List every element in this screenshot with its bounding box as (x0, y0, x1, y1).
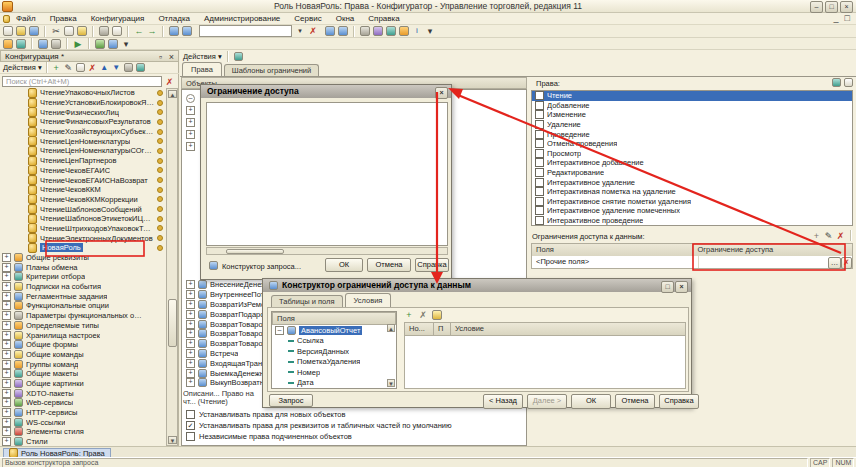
expand-icon[interactable]: + (2, 331, 11, 340)
column-header[interactable]: П (434, 323, 451, 336)
right-row[interactable]: Интерактивное проведение (532, 216, 852, 226)
more-commands-icon[interactable]: ▾ (425, 26, 435, 36)
tree-item-section[interactable]: + Элементы стиля (0, 427, 166, 437)
menu-item[interactable]: Сервис (294, 14, 321, 23)
tree-item-role[interactable]: ЧтениеУпаковочныхЛистов (0, 88, 166, 98)
right-checkbox[interactable] (535, 110, 544, 119)
scroll-down-icon[interactable]: ▼ (387, 379, 395, 387)
right-row[interactable]: Проведение (532, 129, 852, 139)
tree-item-section[interactable]: + Web-сервисы (0, 398, 166, 408)
fields-tree-item[interactable]: Проведен (272, 388, 396, 389)
right-checkbox[interactable] (535, 139, 544, 148)
right-row[interactable]: Интерактивное удаление помеченных (532, 206, 852, 216)
tab-Таблицы и поля[interactable]: Таблицы и поля (271, 295, 343, 307)
expand-icon[interactable]: + (2, 350, 11, 359)
delete-condition-icon[interactable]: ✗ (418, 310, 428, 320)
expand-icon[interactable]: + (186, 359, 195, 368)
help-index-icon[interactable] (399, 26, 409, 36)
right-row[interactable]: Интерактивная пометка на удаление (532, 187, 852, 197)
tab-Условия[interactable]: Условия (345, 293, 392, 307)
actions-menu-button[interactable]: Действия ▾ (183, 52, 222, 61)
tree-item-role[interactable]: ЧтениеШтрихкодовУпаковокТовар... (0, 224, 166, 234)
expand-icon[interactable]: + (2, 408, 11, 417)
expand-icon[interactable]: + (2, 282, 11, 291)
tree-item-section[interactable]: + Общие макеты (0, 369, 166, 379)
expand-icon[interactable]: + (2, 321, 11, 330)
tree-item-section[interactable]: + Определяемые типы (0, 321, 166, 331)
move-down-icon[interactable]: ▼ (112, 63, 121, 72)
right-row[interactable]: Просмотр (532, 149, 852, 159)
combo-dropdown-icon[interactable]: ▾ (295, 26, 305, 36)
menu-item[interactable]: Отладка (158, 14, 190, 23)
tree-item-section[interactable]: + Стили (0, 437, 166, 446)
cancel-button[interactable]: Отмена (367, 258, 411, 272)
expand-icon[interactable]: + (186, 339, 195, 348)
delete-restriction-icon[interactable]: ✗ (836, 231, 845, 240)
expand-icon[interactable]: + (2, 389, 11, 398)
checkbox-icon[interactable] (186, 421, 195, 430)
menu-item[interactable]: Справка (368, 14, 399, 23)
menu-item[interactable]: Окна (336, 14, 355, 23)
tree-item-role[interactable]: ЧтениеЧековККМ (0, 185, 166, 195)
filter-icon[interactable] (136, 63, 145, 72)
right-row[interactable]: Добавление (532, 101, 852, 111)
expand-icon[interactable]: + (186, 310, 195, 319)
edit-icon[interactable]: ✎ (64, 63, 73, 72)
right-row[interactable]: Отмена проведения (532, 139, 852, 149)
thin-client-icon[interactable] (108, 39, 118, 49)
expand-icon[interactable]: + (2, 418, 11, 427)
tree-item-role[interactable]: ЧтениеЧековЕГАИСНаВозврат (0, 175, 166, 185)
expand-icon[interactable]: + (2, 437, 11, 446)
modality-icon[interactable] (360, 26, 370, 36)
expand-icon[interactable]: + (186, 378, 195, 387)
dialog-button[interactable]: Далее > (527, 394, 567, 409)
restriction-text-area[interactable] (206, 102, 448, 246)
fields-tree-root[interactable]: – АвансовыйОтчет (272, 325, 396, 336)
actions-menu-button[interactable]: Действия ▾ (3, 63, 42, 72)
combo-clear-icon[interactable]: ✗ (308, 26, 318, 36)
expand-icon[interactable]: + (186, 329, 195, 338)
right-checkbox[interactable] (535, 101, 544, 110)
update-db-configuration-icon[interactable] (51, 39, 61, 49)
dialog-title-bar[interactable]: Конструктор ограничений доступа к данным… (263, 279, 691, 292)
tree-item-section[interactable]: + Общие картинки (0, 379, 166, 389)
save-icon[interactable] (29, 26, 39, 36)
right-checkbox[interactable] (535, 130, 544, 139)
close-panel-icon[interactable]: × (167, 52, 176, 61)
help-button[interactable]: Справка (415, 258, 449, 272)
open-icon[interactable] (16, 26, 26, 36)
tree-item-section[interactable]: + Параметры функциональных опций (0, 311, 166, 321)
right-checkbox[interactable] (535, 216, 544, 225)
right-row[interactable]: Интерактивное добавление (532, 158, 852, 168)
scroll-down-icon[interactable]: ▼ (168, 436, 177, 444)
compare-configurations-icon[interactable] (38, 39, 48, 49)
expand-icon[interactable]: + (2, 311, 11, 320)
open-restriction-button[interactable]: … (828, 257, 841, 269)
menu-item[interactable]: Файл (16, 14, 36, 23)
expand-icon[interactable]: + (186, 369, 195, 378)
web-client-icon[interactable] (95, 39, 105, 49)
menu-item[interactable]: Правка (50, 14, 77, 23)
tree-item-role[interactable]: ЧтениеЧековЕГАИС (0, 166, 166, 176)
tree-search-input[interactable]: Поиск (Ctrl+Alt+М) (2, 76, 162, 87)
search-combo-input[interactable] (199, 25, 292, 37)
menu-item[interactable]: Конфигурация (91, 14, 145, 23)
right-checkbox[interactable] (535, 149, 544, 158)
about-icon[interactable]: i (412, 26, 422, 36)
right-checkbox[interactable] (535, 197, 544, 206)
fields-tree-item[interactable]: ВерсияДанных (272, 346, 396, 357)
tree-scrollbar[interactable]: ▲ ▼ (166, 88, 178, 446)
collapse-icon[interactable]: – (275, 326, 284, 335)
right-row[interactable]: Удаление (532, 120, 852, 130)
expand-icon[interactable]: + (2, 340, 11, 349)
horizontal-scrollbar[interactable] (206, 247, 448, 255)
expand-icon[interactable]: + (2, 263, 11, 272)
expand-icon[interactable]: + (186, 290, 195, 299)
find-icon[interactable] (169, 26, 179, 36)
paste-icon[interactable] (77, 26, 87, 36)
column-header[interactable]: Условие (451, 323, 685, 336)
column-header[interactable]: Но... (405, 323, 434, 336)
print-icon[interactable] (99, 26, 109, 36)
expand-icon[interactable]: + (186, 320, 195, 329)
expand-icon[interactable]: + (186, 129, 195, 139)
